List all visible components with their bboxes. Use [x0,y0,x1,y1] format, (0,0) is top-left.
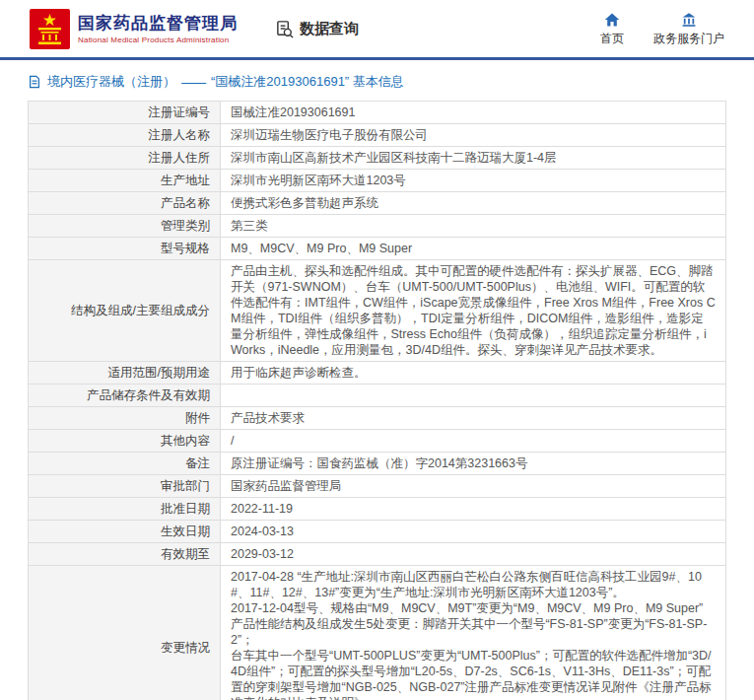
row-value: 便携式彩色多普勒超声系统 [221,192,726,215]
table-row: 结构及组成/主要组成成分 产品由主机、探头和选配件组成。其中可配置的硬件选配件有… [29,260,726,362]
nav-portal[interactable]: 政务服务门户 [653,12,724,47]
row-value: 原注册证编号：国食药监械（准）字2014第3231663号 [221,453,726,475]
row-label: 注册人名称 [29,124,221,147]
breadcrumb: 境内医疗器械（注册） —— “国械注准20193061691” 基本信息 [28,73,726,91]
table-row: 管理类别 第三类 [29,215,726,238]
document-search-icon [275,20,294,38]
row-value: 国家药品监督管理局 [221,475,726,498]
row-value: 第三类 [221,215,726,238]
table-row: 注册人名称 深圳迈瑞生物医疗电子股份有限公司 [29,124,726,147]
row-label: 附件 [29,407,221,430]
row-value: 2024-03-13 [221,521,726,543]
row-label: 生效日期 [29,521,221,543]
row-label: 备注 [29,453,221,475]
header: 国家药品监督管理局 National Medical Products Admi… [0,0,754,57]
table-row: 有效期至 2029-03-12 [29,543,726,566]
nmpa-logo: 国家药品监督管理局 National Medical Products Admi… [30,9,238,49]
table-row: 型号规格 M9、M9CV、M9 Pro、M9 Super [29,238,726,260]
table-row: 备注 原注册证编号：国食药监械（准）字2014第3231663号 [29,453,726,475]
table-row: 其他内容 / [29,430,726,453]
table-row: 附件 产品技术要求 [29,407,726,430]
row-value: 国械注准20193061691 [221,102,726,124]
top-nav: 首页 政务服务门户 [600,12,728,47]
row-value: / [221,430,726,453]
table-row: 生产地址 深圳市光明新区南环大道1203号 [29,170,726,192]
table-row: 注册证编号 国械注准20193061691 [29,102,726,124]
org-name-en: National Medical Products Administration [78,35,238,44]
row-value: M9、M9CV、M9 Pro、M9 Super [221,238,726,260]
org-name-cn: 国家药品监督管理局 [78,14,238,34]
row-value: 用于临床超声诊断检查。 [221,362,726,385]
breadcrumb-category[interactable]: 境内医疗器械（注册） [47,73,175,91]
portal-icon [681,12,697,28]
table-row: 变更情况 2017-04-28 “生产地址:深圳市南山区西丽白芒松白公路东侧百旺… [29,566,726,700]
table-row: 适用范围/预期用途 用于临床超声诊断检查。 [29,362,726,385]
page-title: “国械注准20193061691” 基本信息 [211,73,404,91]
document-icon [28,75,41,89]
row-value: 深圳市南山区高新技术产业园区科技南十二路迈瑞大厦1-4层 [221,147,726,170]
row-value: 2029-03-12 [221,543,726,566]
row-label: 适用范围/预期用途 [29,362,221,385]
row-label: 生产地址 [29,170,221,192]
page: 国家药品监督管理局 National Medical Products Admi… [0,0,754,700]
row-label: 结构及组成/主要组成成分 [29,260,221,362]
row-value: 深圳市光明新区南环大道1203号 [221,170,726,192]
breadcrumb-dash: —— [181,75,205,90]
row-label: 变更情况 [29,566,221,700]
row-label: 审批部门 [29,475,221,498]
home-icon [604,12,620,28]
registration-info-table: 注册证编号 国械注准20193061691 注册人名称 深圳迈瑞生物医疗电子股份… [28,101,726,700]
row-label: 批准日期 [29,498,221,521]
row-label: 其他内容 [29,430,221,453]
row-label: 有效期至 [29,543,221,566]
table-row: 审批部门 国家药品监督管理局 [29,475,726,498]
table-row: 生效日期 2024-03-13 [29,521,726,543]
row-value: 产品技术要求 [221,407,726,430]
row-label: 产品名称 [29,192,221,215]
row-value: 2017-04-28 “生产地址:深圳市南山区西丽白芒松白公路东侧百旺信高科技工… [221,566,726,700]
table-row: 批准日期 2022-11-19 [29,498,726,521]
row-value: 2022-11-19 [221,498,726,521]
row-label: 产品储存条件及有效期 [29,385,221,407]
row-label: 注册证编号 [29,102,221,124]
nav-home[interactable]: 首页 [600,12,624,47]
row-value: 产品由主机、探头和选配件组成。其中可配置的硬件选配件有：探头扩展器、ECG、脚踏… [221,260,726,362]
nav-portal-label: 政务服务门户 [653,31,724,47]
data-query-label: 数据查询 [300,20,359,38]
nav-home-label: 首页 [600,31,624,47]
org-names: 国家药品监督管理局 National Medical Products Admi… [78,14,238,44]
table-row: 产品储存条件及有效期 [29,385,726,407]
row-value [221,385,726,407]
row-label: 注册人住所 [29,147,221,170]
data-query-tab[interactable]: 数据查询 [275,20,359,38]
table-row: 产品名称 便携式彩色多普勒超声系统 [29,192,726,215]
row-value: 深圳迈瑞生物医疗电子股份有限公司 [221,124,726,147]
row-label: 型号规格 [29,238,221,260]
national-emblem-icon [30,9,70,49]
header-divider [0,57,754,60]
row-label: 管理类别 [29,215,221,238]
table-row: 注册人住所 深圳市南山区高新技术产业园区科技南十二路迈瑞大厦1-4层 [29,147,726,170]
